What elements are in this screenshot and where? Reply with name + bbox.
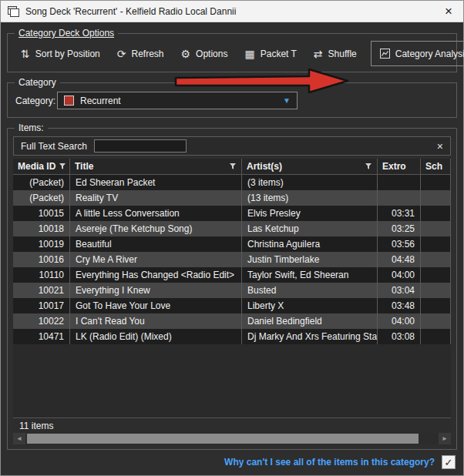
cell-sch — [421, 298, 451, 313]
scrollbar-thumb[interactable] — [27, 434, 419, 444]
refresh-label: Refresh — [132, 49, 164, 59]
cell-artist: (3 items) — [242, 175, 378, 190]
cell-sch — [421, 283, 451, 298]
table-row[interactable]: 10110 Everything Has Changed <Radio Edit… — [13, 267, 451, 283]
cell-sch — [421, 206, 451, 221]
category-row: Category: Recurrent ▼ — [12, 90, 452, 112]
gear-icon: ⚙ — [181, 49, 191, 59]
table-row[interactable]: 10022 I Can't Read You Daniel Bedingfiel… — [13, 313, 451, 329]
category-deck-options-group: Category Deck Options ⇅ Sort by Position… — [7, 28, 457, 72]
group-label-items: Items: — [15, 122, 48, 133]
cell-media-id: 10016 — [13, 252, 70, 267]
checkmark-box-icon[interactable]: ✓ — [442, 455, 456, 469]
filter-icon[interactable] — [229, 163, 237, 170]
table-empty-area — [13, 344, 451, 417]
options-button[interactable]: ⚙ Options — [173, 41, 237, 66]
cell-media-id: 10018 — [13, 221, 70, 236]
window-title: Song Deck 'Recurrent' - Kelfield Radio L… — [25, 6, 432, 17]
cell-artist: Daniel Bedingfield — [242, 313, 378, 329]
cell-artist: Christina Aguilera — [242, 236, 378, 252]
cell-sch — [421, 329, 451, 344]
scroll-right-icon[interactable]: ► — [439, 433, 451, 444]
cell-extro: 04:00 — [378, 313, 421, 329]
table-row[interactable]: 10018 Asereje (The Ketchup Song) Las Ket… — [13, 221, 451, 236]
cell-media-id: 10471 — [13, 329, 70, 344]
cell-extro: 03:31 — [378, 206, 421, 221]
table-row[interactable]: 10016 Cry Me A River Justin Timberlake 0… — [13, 252, 451, 267]
table-row[interactable]: 10021 Everything I Knew Busted 03:04 — [13, 283, 451, 298]
cell-extro: 04:48 — [378, 252, 421, 267]
cell-title: Everything I Knew — [70, 283, 242, 298]
cell-sch — [421, 267, 451, 283]
search-input[interactable] — [94, 139, 187, 153]
category-dropdown[interactable]: Recurrent ▼ — [57, 92, 298, 109]
shuffle-button[interactable]: ⇄ Shuffle — [305, 41, 365, 66]
cell-artist: Justin Timberlake — [242, 252, 378, 267]
column-header-sch[interactable]: Sch — [421, 159, 451, 174]
cell-extro — [378, 190, 421, 206]
packet-button[interactable]: ▦ Packet T — [236, 41, 304, 66]
item-count: 11 items — [19, 421, 53, 431]
cell-sch — [421, 313, 451, 329]
cell-sch — [421, 236, 451, 252]
cell-title: Ed Sheeran Packet — [70, 175, 242, 190]
cell-artist: Elvis Presley — [242, 206, 378, 221]
cell-extro: 03:56 — [378, 236, 421, 252]
cell-title: LK (Radio Edit) (Mixed) — [70, 329, 242, 344]
search-bar: Full Text Search × — [13, 136, 451, 156]
column-header-artists[interactable]: Artist(s) — [242, 159, 378, 174]
items-group: Items: Full Text Search × Media ID Title — [7, 122, 457, 450]
category-selected-value: Recurrent — [80, 96, 121, 106]
sort-by-position-button[interactable]: ⇅ Sort by Position — [12, 41, 109, 66]
chevron-down-icon: ▼ — [283, 96, 291, 105]
deck-options-toolbar: ⇅ Sort by Position ⟳ Refresh ⚙ Options ▦… — [12, 41, 452, 66]
close-icon[interactable]: × — [439, 2, 459, 21]
refresh-button[interactable]: ⟳ Refresh — [109, 41, 173, 66]
cell-artist: Dj Marky And Xrs Featuring Stamina — [242, 329, 378, 344]
column-header-title[interactable]: Title — [70, 159, 242, 174]
column-header-media-id[interactable]: Media ID — [13, 159, 70, 174]
filter-icon[interactable] — [365, 163, 372, 170]
table-row[interactable]: 10471 LK (Radio Edit) (Mixed) Dj Marky A… — [13, 329, 451, 344]
cell-title: I Can't Read You — [70, 313, 242, 329]
scrollbar-track[interactable] — [25, 433, 439, 444]
chart-icon — [380, 49, 390, 59]
table-row[interactable]: (Packet) Reality TV (13 items) — [13, 190, 451, 206]
cell-title: Everything Has Changed <Radio Edit> — [70, 267, 242, 283]
cell-artist: Liberty X — [242, 298, 378, 313]
cell-media-id: (Packet) — [13, 190, 70, 206]
group-label-deck-options: Category Deck Options — [15, 28, 118, 39]
sort-icon: ⇅ — [21, 49, 30, 59]
sort-by-position-label: Sort by Position — [35, 49, 100, 59]
cell-title: A little Less Conversation — [70, 206, 242, 221]
cell-extro — [378, 175, 421, 190]
category-analysis-button[interactable]: Category Analysis — [371, 41, 464, 66]
column-header-extro[interactable]: Extro — [378, 159, 421, 174]
cell-sch — [421, 190, 451, 206]
filter-icon[interactable] — [59, 163, 66, 170]
horizontal-scrollbar[interactable]: ◄ ► — [13, 433, 451, 444]
cell-media-id: 10022 — [13, 313, 70, 329]
table-row[interactable]: (Packet) Ed Sheeran Packet (3 items) — [13, 175, 451, 190]
options-label: Options — [196, 49, 227, 59]
cell-artist: Las Ketchup — [242, 221, 378, 236]
table-row[interactable]: 10015 A little Less Conversation Elvis P… — [13, 206, 451, 221]
items-table-header: Media ID Title Artist(s) — [13, 159, 451, 175]
cell-title: Asereje (The Ketchup Song) — [70, 221, 242, 236]
cell-media-id: 10015 — [13, 206, 70, 221]
cell-extro: 03:25 — [378, 221, 421, 236]
items-help-link[interactable]: Why can't I see all of the items in this… — [224, 457, 435, 468]
category-analysis-label: Category Analysis — [395, 49, 464, 59]
cell-title: Reality TV — [70, 190, 242, 206]
cell-media-id: 10110 — [13, 267, 70, 283]
cell-artist: Taylor Swift, Ed Sheeran — [242, 267, 378, 283]
scroll-left-icon[interactable]: ◄ — [13, 433, 25, 444]
refresh-icon: ⟳ — [117, 49, 126, 59]
table-row[interactable]: 10019 Beautiful Christina Aguilera 03:56 — [13, 236, 451, 252]
table-row[interactable]: 10017 Got To Have Your Love Liberty X 03… — [13, 298, 451, 313]
window-content: Category Deck Options ⇅ Sort by Position… — [1, 22, 463, 475]
clear-search-icon[interactable]: × — [430, 140, 450, 153]
cell-title: Cry Me A River — [70, 252, 242, 267]
items-table-body: (Packet) Ed Sheeran Packet (3 items) (Pa… — [13, 175, 451, 344]
title-bar: Song Deck 'Recurrent' - Kelfield Radio L… — [1, 1, 463, 22]
